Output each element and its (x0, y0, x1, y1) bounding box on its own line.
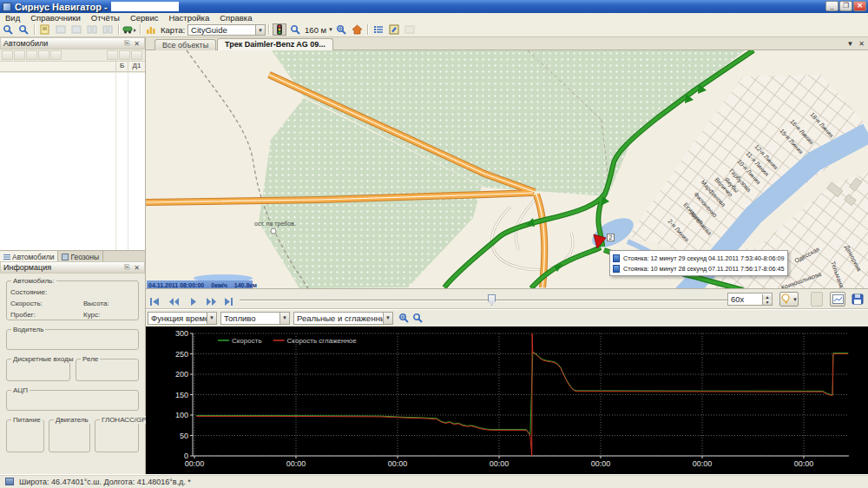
tool-icon-2[interactable] (69, 23, 83, 36)
vehicle-icon[interactable] (122, 23, 136, 36)
tab-scroll-icon[interactable]: ▼ (846, 40, 853, 48)
scale-chevron-icon[interactable]: ▼ (328, 27, 333, 32)
skip-end-button[interactable] (223, 294, 234, 304)
vehicles-tool-remove[interactable] (119, 50, 130, 60)
vehicles-tool-3[interactable] (26, 50, 37, 60)
field-engine-label: Двигатель (54, 416, 90, 424)
menu-servis[interactable]: Сервис (125, 13, 164, 23)
vehicles-panel-title: Автомобили (3, 39, 122, 48)
close-panel-icon[interactable]: ✕ (132, 40, 141, 48)
list-icon[interactable] (372, 23, 385, 36)
balloon-button[interactable]: ▼ (779, 292, 799, 307)
overlay-datetime: 04.11.2011 08:00:00 (148, 282, 204, 288)
map-select[interactable]: CityGuide ▼ (187, 24, 266, 36)
vehicles-toolbar (0, 49, 145, 62)
tool-icon-3[interactable] (85, 23, 99, 36)
skip-start-button[interactable] (149, 294, 161, 304)
vehicles-tool-1[interactable] (2, 50, 13, 60)
svg-text:00:00: 00:00 (388, 459, 408, 468)
spin-down-icon[interactable]: ▼ (763, 300, 772, 305)
rewind-button[interactable] (168, 294, 180, 304)
menu-spravka[interactable]: Справка (214, 13, 257, 23)
fast-forward-button[interactable] (206, 294, 217, 304)
timeline-slider-handle[interactable] (488, 294, 496, 306)
tab-all-objects[interactable]: Все объекты (155, 39, 216, 50)
app-icon (3, 3, 11, 11)
balloon-chevron-icon[interactable]: ▼ (792, 297, 798, 302)
close-button[interactable]: ✕ (853, 1, 866, 11)
menu-nastroyka[interactable]: Настройка (163, 13, 214, 23)
map-scale-value: 160 м (305, 25, 326, 35)
play-button[interactable] (187, 294, 199, 304)
map-tooltip: Стоянка: 12 минут 29 секунд 04.11.2011 7… (609, 250, 788, 276)
title-bar: Сирнус Навигатор - _ ❐ ✕ (0, 0, 868, 13)
field-speed-label: Скорость: (10, 300, 43, 307)
menu-vid[interactable]: Вид (0, 13, 25, 23)
field-power-label: Питание (11, 416, 43, 424)
vehicles-tool-4[interactable] (38, 50, 49, 60)
timeline-slider[interactable] (240, 300, 729, 301)
time-function-select[interactable]: Функция времени▼ (148, 312, 217, 325)
zoom-select-icon[interactable] (288, 23, 302, 36)
svg-text:50: 50 (180, 432, 188, 440)
home-icon[interactable] (350, 23, 364, 36)
vehicles-tool-2[interactable] (14, 50, 25, 60)
vehicles-tool-columns[interactable] (131, 50, 142, 60)
menu-spravochniki[interactable]: Справочники (25, 13, 86, 23)
chart-zoom-in-icon[interactable] (397, 312, 411, 325)
values-mode-select[interactable]: Реальные и сглаженные значен▼ (293, 312, 393, 325)
show-chart-button[interactable] (830, 292, 845, 307)
title-redacted-text (111, 2, 179, 11)
chart-filter-bar: Функция времени▼ Топливо▼ Реальные и сгл… (146, 308, 868, 326)
tool-icon-4[interactable] (101, 23, 115, 36)
pin-icon[interactable]: ⎘ (122, 39, 132, 48)
speed-chart[interactable]: 05010015020025030000:0000:0000:0000:0000… (146, 326, 868, 474)
map-status-overlay: 04.11.2011 08:00:00 0км/ч 140.8км (147, 280, 253, 288)
status-coordinates: Широта: 46.47401°с.ш. Долгота: 41.48016°… (19, 478, 191, 486)
restore-button[interactable]: ❐ (839, 1, 852, 11)
column-b[interactable]: Б (115, 62, 128, 71)
find-vehicle-icon[interactable] (1, 23, 15, 36)
vehicles-tool-add[interactable] (107, 50, 118, 60)
pin-icon[interactable]: ⎘ (122, 263, 132, 272)
vehicles-list[interactable] (0, 73, 145, 250)
field-vehicle-label: Автомобиль: (11, 277, 56, 285)
tool-icon-5[interactable] (403, 23, 417, 36)
playback-speed-spinner[interactable]: 60x ▲▼ (727, 293, 773, 306)
vehicles-tool-5[interactable] (50, 50, 62, 60)
minimize-button[interactable]: _ (825, 1, 838, 11)
zoom-in-icon[interactable] (334, 23, 348, 36)
note-icon (613, 265, 620, 273)
chart-canvas: 05010015020025030000:0000:0000:0000:0000… (146, 326, 868, 474)
tooltip-row: Стоянка: 12 минут 29 секунд 04.11.2011 7… (613, 253, 785, 263)
tab-close-icon[interactable]: ✕ (858, 40, 865, 48)
traffic-icon[interactable] (273, 23, 286, 36)
svg-text:100: 100 (175, 411, 188, 419)
notebook-icon[interactable] (387, 23, 401, 36)
info-panel-header: Информация ⎘ ✕ (0, 261, 145, 274)
field-height-label: Высота: (83, 300, 109, 307)
values-mode-value: Реальные и сглаженные значен (294, 313, 383, 323)
map-view[interactable]: ост. по требов. 18-я Линия16-я Линия15-я… (146, 50, 868, 288)
svg-text:00:00: 00:00 (286, 459, 306, 468)
fuel-select[interactable]: Топливо▼ (220, 312, 290, 325)
menu-otchety[interactable]: Отчёты (86, 13, 125, 23)
save-button[interactable] (851, 292, 865, 307)
field-driver-label: Водитель (11, 326, 45, 333)
chart-icon[interactable] (144, 23, 158, 36)
column-d1[interactable]: Д1 (128, 62, 145, 71)
overlay-speed: 0км/ч (211, 282, 227, 288)
extra-button[interactable] (811, 292, 823, 307)
tool-icon-1[interactable] (54, 23, 68, 36)
svg-text:Скорость: Скорость (232, 337, 262, 345)
close-panel-icon[interactable]: ✕ (132, 264, 141, 272)
chart-zoom-out-icon[interactable] (411, 312, 424, 325)
svg-text:150: 150 (175, 391, 188, 399)
edit-icon[interactable] (38, 23, 52, 36)
svg-text:00:00: 00:00 (490, 459, 510, 468)
search-icon[interactable] (16, 23, 30, 36)
field-course-label: Курс: (83, 311, 100, 319)
chevron-down-icon[interactable]: ▼ (255, 25, 265, 35)
svg-text:00:00: 00:00 (794, 459, 814, 468)
tab-track[interactable]: Трек Daimler-Benz AG 09... (217, 38, 333, 50)
